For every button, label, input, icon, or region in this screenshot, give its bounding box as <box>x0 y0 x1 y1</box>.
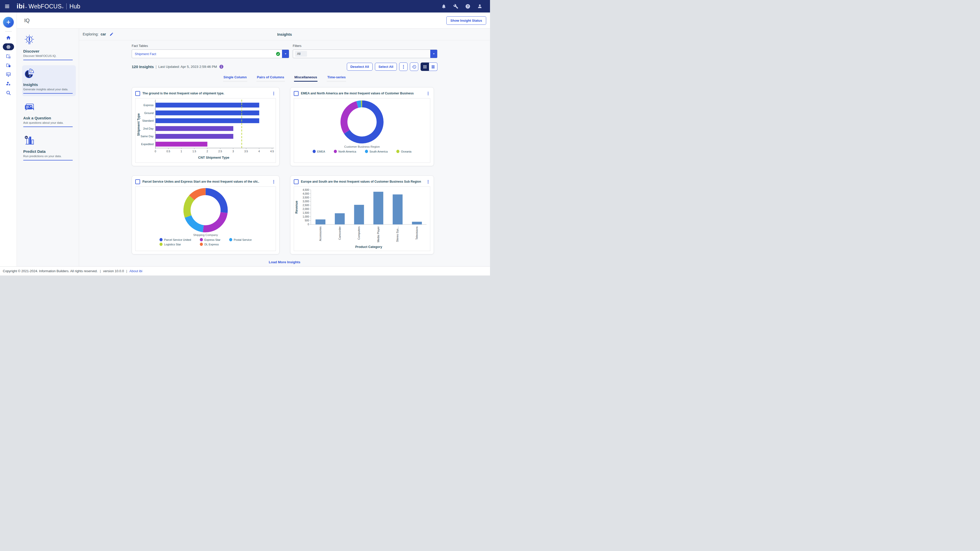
insights-actions: Deselect All Select All <box>347 62 438 71</box>
svg-text:2nd Day: 2nd Day <box>143 127 154 130</box>
more-options-button[interactable] <box>399 62 407 71</box>
card-checkbox[interactable] <box>135 91 140 96</box>
tab-time-series[interactable]: Time-series <box>327 75 346 82</box>
add-button[interactable] <box>3 17 14 27</box>
legend-item: Oceania <box>396 150 411 153</box>
history-button[interactable] <box>410 62 418 71</box>
kebab-icon[interactable] <box>426 91 430 96</box>
copyright-text: Copyright © 2021-2024. Information Build… <box>3 269 98 273</box>
panel-item-insights[interactable]: InsightsGenerate insights about your dat… <box>22 65 76 96</box>
rail-item-folder-chart[interactable] <box>3 52 14 59</box>
rail-items <box>3 34 14 98</box>
tab-miscellaneous[interactable]: Miscellaneous <box>294 75 318 82</box>
tab-pairs-of-columns[interactable]: Pairs of Columns <box>256 75 285 82</box>
svg-text:1: 1 <box>181 150 182 153</box>
panel-item-discover[interactable]: DiscoverDiscover WebFOCUS IQ. <box>22 32 76 63</box>
horizontal-bar-chart: ExpressGroundStandard2nd DaySame DayExpe… <box>135 98 275 162</box>
rail-item-home[interactable] <box>3 34 14 41</box>
brand-divider <box>66 3 67 10</box>
svg-text:2: 2 <box>207 150 208 153</box>
chart-legend: Parcel Service UnitedExpress StarPostal … <box>159 238 251 246</box>
legend-swatch <box>200 238 203 241</box>
app-root: ibi ™ WebFOCUS ® Hub ? IQ Show Insight S… <box>0 0 490 275</box>
card-header: The ground is the most frequent value of… <box>135 90 276 97</box>
svg-text:0: 0 <box>307 223 309 226</box>
kebab-icon[interactable] <box>426 179 430 184</box>
svg-text:Camcorder: Camcorder <box>338 226 341 240</box>
rail-item-atom[interactable] <box>3 43 14 50</box>
footer-divider: | <box>100 269 101 273</box>
grid-view-button[interactable] <box>421 62 429 71</box>
legend-swatch <box>229 238 232 241</box>
rail-item-search[interactable] <box>3 89 14 96</box>
view-toggle <box>421 62 438 71</box>
chart-legend: EMEANorth AmericaSouth AmericaOceania <box>313 150 411 153</box>
legend-label: Postal Service <box>234 238 251 241</box>
svg-text:4,500: 4,500 <box>303 189 309 191</box>
insight-card: Parcel Service Unites and Express Start … <box>132 176 280 254</box>
user-icon[interactable] <box>477 4 482 9</box>
panel-item-predict-data[interactable]: %Predict DataRun predictions on your dat… <box>22 132 76 163</box>
panel-item-ask-a-question[interactable]: Ask a QuestionAsk questions about your d… <box>22 99 76 130</box>
rail-divider <box>5 31 12 32</box>
svg-text:Accessories: Accessories <box>319 227 322 241</box>
exploring-label: Exploring: <box>83 32 99 36</box>
chart-area: Shipping CompanyParcel Service UnitedExp… <box>135 186 276 251</box>
filters-label: Filters <box>293 44 438 48</box>
svg-text:1,000: 1,000 <box>303 215 309 218</box>
card-header: Parcel Service Unites and Express Start … <box>135 179 276 185</box>
main-content: Exploring: car Insights Fact Tables Ship… <box>79 28 490 267</box>
rail-item-monitor[interactable] <box>3 71 14 78</box>
brand-hub: Hub <box>69 3 80 10</box>
svg-text:Standard: Standard <box>142 119 154 122</box>
card-header: Europe and South are the most frequent v… <box>294 179 430 185</box>
insight-card: EMEA and North America are the most freq… <box>290 87 434 166</box>
list-view-button[interactable] <box>429 62 438 71</box>
svg-text:4,000: 4,000 <box>303 192 309 195</box>
tab-single-column[interactable]: Single Column <box>223 75 247 82</box>
card-checkbox[interactable] <box>294 91 299 96</box>
legend-item: Parcel Service United <box>159 238 191 241</box>
card-checkbox[interactable] <box>135 179 140 184</box>
panel-item-underline <box>23 60 73 60</box>
filter-chip-all[interactable]: All <box>295 51 307 57</box>
svg-text:3: 3 <box>232 150 234 153</box>
panel-item-title: Discover <box>23 49 73 53</box>
footer: Copyright © 2021-2024. Information Build… <box>0 266 490 275</box>
insight-tabs: Single ColumnPairs of ColumnsMiscellaneo… <box>132 75 438 82</box>
folder-chart-icon <box>6 54 11 59</box>
legend-label: DL Express <box>204 243 219 246</box>
show-insight-status-button[interactable]: Show Insight Status <box>446 16 486 25</box>
deselect-all-button[interactable]: Deselect All <box>347 63 372 71</box>
rail-item-user-gear[interactable] <box>3 80 14 87</box>
edit-pencil-icon[interactable] <box>110 32 114 36</box>
svg-text:500: 500 <box>305 219 309 222</box>
iq-mode-panel: DiscoverDiscover WebFOCUS IQ.InsightsGen… <box>17 28 79 267</box>
help-icon[interactable]: ? <box>465 4 470 9</box>
version-text: version 10.0.0 <box>103 269 124 273</box>
remove-filter-icon[interactable] <box>302 52 305 56</box>
tools-icon[interactable] <box>453 4 458 9</box>
load-more-link[interactable]: Load More Insights <box>269 260 301 264</box>
rail-item-folder-database[interactable] <box>3 62 14 68</box>
kebab-icon[interactable] <box>272 91 276 96</box>
hamburger-menu-icon[interactable] <box>4 3 10 9</box>
filters-select[interactable]: All <box>293 49 438 58</box>
svg-text:3,000: 3,000 <box>303 200 309 203</box>
svg-text:1,500: 1,500 <box>303 211 309 214</box>
card-checkbox[interactable] <box>294 179 299 184</box>
panel-item-underline <box>23 160 73 160</box>
select-all-button[interactable]: Select All <box>375 63 397 71</box>
fact-tables-select[interactable]: Shipment Fact <box>132 49 289 58</box>
svg-text:Product Category: Product Category <box>355 245 382 249</box>
donut-axis-label: Customer Business Region <box>344 145 380 148</box>
fact-tables-dropdown-button[interactable] <box>282 50 289 58</box>
kebab-icon[interactable] <box>272 179 276 184</box>
filters-dropdown-button[interactable] <box>430 50 437 58</box>
info-icon[interactable] <box>219 65 224 69</box>
legend-item: South America <box>365 150 388 153</box>
donut-chart <box>135 187 275 233</box>
panel-item-subtitle: Discover WebFOCUS IQ. <box>23 54 73 57</box>
bell-icon[interactable] <box>441 4 446 9</box>
about-ibi-link[interactable]: About ibi <box>129 269 142 273</box>
